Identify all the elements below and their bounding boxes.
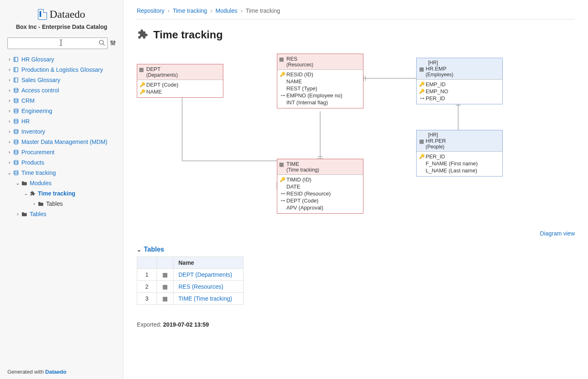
nav-item-label: Procurement [21, 149, 54, 155]
nav-module-timetracking[interactable]: ⌄Time tracking [7, 188, 120, 198]
chevron-icon: › [7, 129, 12, 134]
chevron-icon: ⌄ [15, 180, 21, 186]
nav-root-tables[interactable]: ›Tables [7, 209, 120, 219]
primary-key-icon: 🔑 [280, 71, 286, 78]
table-icon: ▦ [419, 66, 424, 72]
chevron-icon: › [7, 98, 12, 104]
nav-item-label: Tables [46, 200, 63, 207]
primary-key-icon: 🔑 [140, 88, 145, 95]
tables-section-header[interactable]: ⌄ Tables [137, 246, 575, 253]
primary-key-icon: 🔑 [280, 176, 286, 183]
svg-rect-15 [14, 67, 18, 72]
column: 🔑PER_ID [419, 153, 500, 160]
column: 🔑RESID (ID) [280, 71, 361, 78]
nav-item[interactable]: ›HR [7, 116, 120, 126]
diagram-view-link[interactable]: Diagram view [540, 230, 575, 237]
nav-item-label: Master Data Management (MDM) [21, 139, 108, 145]
nav-modules[interactable]: ⌄Modules [7, 178, 120, 188]
nav-item-label: Engineering [21, 108, 52, 114]
chevron-down-icon: ⌄ [137, 247, 141, 253]
search-input[interactable] [7, 38, 108, 49]
svg-point-0 [99, 40, 103, 45]
table-link[interactable]: RES (Resources) [178, 283, 223, 290]
entity-hr-emp[interactable]: [HR] ▦ HR.EMP (Employees) 🔑EMP_ID🔑EMP_NO… [416, 58, 503, 104]
nav-item[interactable]: ›Engineering [7, 106, 120, 116]
nav-item[interactable]: ›Master Data Management (MDM) [7, 137, 120, 147]
crumb-modules[interactable]: Modules [216, 7, 237, 14]
chevron-icon: › [7, 149, 12, 155]
svg-point-27 [14, 170, 18, 172]
svg-point-20 [14, 98, 18, 100]
nav-item[interactable]: ›Procurement [7, 147, 120, 157]
entity-time[interactable]: ▦ TIME (Time tracking) 🔑TIMID (ID)DATE⊶R… [277, 159, 363, 214]
footer-brand-link[interactable]: Dataedo [45, 369, 66, 375]
table-icon: ▦ [157, 281, 173, 293]
footer: Generated with Dataedo [0, 365, 123, 379]
erd-diagram: ▦ DEPT (Departments) 🔑DEPT (Code)🔑NAME ▦… [137, 54, 575, 231]
column: F_NAME (First name) [419, 160, 500, 167]
column: ⊶RESID (Resource) [280, 190, 361, 197]
table-row: 2▦RES (Resources) [137, 281, 244, 293]
foreign-key-icon: ⊶ [280, 190, 286, 197]
search [7, 38, 108, 49]
main: Repository › Time tracking › Modules › T… [124, 0, 588, 379]
nav-item[interactable]: ›Products [7, 157, 120, 167]
chevron-icon: › [31, 201, 37, 207]
table-link[interactable]: TIME (Time tracking) [178, 295, 232, 302]
chevron-icon: › [7, 56, 12, 62]
db-icon [12, 108, 20, 114]
sidebar: Dataedo Box Inc - Enterprise Data Catalo… [0, 0, 124, 379]
book-icon [12, 56, 20, 62]
crumb-timetracking[interactable]: Time tracking [173, 7, 207, 14]
nav-item[interactable]: ›HR Glossary [7, 54, 120, 64]
nav-item[interactable]: ›CRM [7, 95, 120, 106]
nav-item[interactable]: ›Inventory [7, 126, 120, 137]
nav-item-label: CRM [21, 97, 35, 104]
nav-module-tables[interactable]: ›Tables [7, 198, 120, 209]
primary-key-icon: 🔑 [140, 81, 145, 88]
chevron-icon: › [7, 139, 12, 145]
entity-res[interactable]: ▦ RES (Resources) 🔑RESID (ID)NAMEREST (T… [277, 54, 363, 108]
folder-icon [37, 201, 45, 206]
nav-item[interactable]: ›Production & Logistics Glossary [7, 64, 120, 75]
nav-tree: ›HR Glossary›Production & Logistics Glos… [0, 54, 123, 365]
entity-dept[interactable]: ▦ DEPT (Departments) 🔑DEPT (Code)🔑NAME [137, 64, 223, 98]
db-icon [12, 149, 20, 155]
svg-point-24 [14, 139, 18, 141]
nav-item-label: Modules [30, 180, 52, 186]
column: DATE [280, 183, 361, 190]
svg-point-21 [14, 108, 18, 110]
chevron-icon: ⌄ [7, 170, 12, 176]
column: 🔑NAME [140, 88, 220, 95]
column: NAME [280, 78, 361, 85]
svg-rect-13 [14, 57, 18, 61]
db-icon [12, 129, 20, 134]
svg-point-12 [114, 41, 115, 42]
chevron-icon: › [7, 77, 12, 83]
search-icon[interactable] [98, 40, 105, 47]
nav-timetracking[interactable]: ⌄Time tracking [7, 167, 120, 178]
column: 🔑DEPT (Code) [140, 81, 220, 88]
entity-hr-per[interactable]: [HR] ▦ HR.PER (People) 🔑PER_IDF_NAME (Fi… [416, 130, 503, 177]
svg-point-10 [112, 43, 114, 44]
filter-icon[interactable] [110, 40, 116, 47]
catalog-subtitle: Box Inc - Enterprise Data Catalog [0, 24, 123, 30]
chevron-icon: › [7, 87, 12, 93]
nav-item-label: Time tracking [38, 190, 75, 197]
db-icon [12, 160, 20, 165]
svg-point-25 [14, 150, 18, 151]
column: 🔑TIMID (ID) [280, 176, 361, 183]
db-icon [12, 87, 20, 93]
crumb-repository[interactable]: Repository [137, 7, 164, 14]
table-row: 1▦DEPT (Departments) [137, 269, 244, 281]
nav-item[interactable]: ›Sales Glossary [7, 75, 120, 85]
table-icon: ▦ [157, 269, 173, 281]
table-icon: ▦ [279, 161, 284, 167]
nav-item-label: Inventory [21, 128, 45, 135]
column: L_NAME (Last name) [419, 167, 500, 174]
nav-item[interactable]: ›Access control [7, 85, 120, 95]
table-icon: ▦ [419, 138, 424, 144]
svg-line-1 [103, 44, 105, 46]
table-link[interactable]: DEPT (Departments) [178, 271, 232, 278]
svg-point-23 [14, 129, 18, 131]
